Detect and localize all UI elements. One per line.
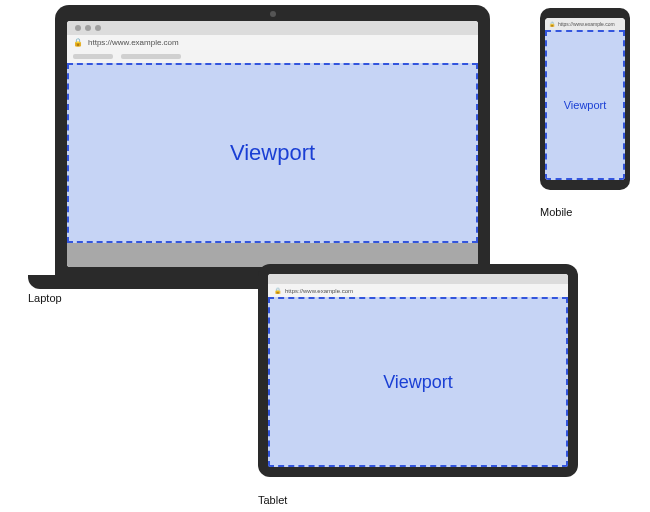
browser-titlebar <box>268 274 568 284</box>
lock-icon: 🔒 <box>73 38 83 47</box>
url-text: https://www.example.com <box>285 288 353 294</box>
address-bar: 🔒 https://www.example.com <box>67 35 478 50</box>
mobile-browser-window: 🔒 https://www.example.com Viewport <box>545 18 625 180</box>
mobile-caption: Mobile <box>540 206 572 218</box>
traffic-light-minimize-icon <box>85 25 91 31</box>
viewport-label: Viewport <box>564 99 607 111</box>
mobile-notch-icon <box>573 10 597 16</box>
url-text: https://www.example.com <box>88 38 179 47</box>
nav-placeholder-block <box>121 54 181 59</box>
url-text: https://www.example.com <box>558 21 615 27</box>
address-bar: 🔒 https://www.example.com <box>268 284 568 297</box>
traffic-light-maximize-icon <box>95 25 101 31</box>
traffic-light-close-icon <box>75 25 81 31</box>
laptop-caption: Laptop <box>28 292 62 304</box>
tablet-device: 🔒 https://www.example.com Viewport <box>258 264 578 477</box>
mobile-device: 🔒 https://www.example.com Viewport <box>540 8 630 190</box>
laptop-device: 🔒 https://www.example.com Viewport <box>55 5 490 289</box>
page-nav-placeholder <box>67 50 478 63</box>
laptop-browser-window: 🔒 https://www.example.com Viewport <box>67 21 478 267</box>
window-controls <box>75 25 101 31</box>
tablet-frame: 🔒 https://www.example.com Viewport <box>258 264 578 477</box>
lock-icon: 🔒 <box>274 287 281 294</box>
camera-icon <box>270 11 276 17</box>
viewport-label: Viewport <box>383 372 453 393</box>
lock-icon: 🔒 <box>549 21 555 27</box>
mobile-frame: 🔒 https://www.example.com Viewport <box>540 8 630 190</box>
browser-titlebar <box>67 21 478 35</box>
tablet-browser-window: 🔒 https://www.example.com Viewport <box>268 274 568 467</box>
nav-placeholder-block <box>73 54 113 59</box>
laptop-screen-bezel: 🔒 https://www.example.com Viewport <box>55 5 490 275</box>
viewport-region: Viewport <box>268 297 568 467</box>
viewport-label: Viewport <box>230 140 315 166</box>
viewport-region: Viewport <box>67 63 478 243</box>
viewport-region: Viewport <box>545 30 625 180</box>
tablet-caption: Tablet <box>258 494 287 506</box>
mobile-address-bar: 🔒 https://www.example.com <box>545 18 625 30</box>
